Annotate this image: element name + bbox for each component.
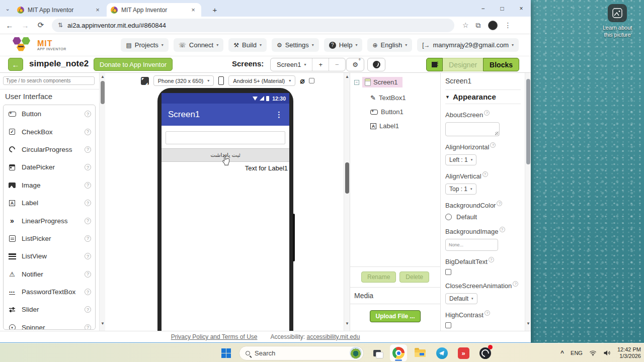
scrollbar-thumb[interactable] <box>526 79 530 164</box>
scrollbar-thumb[interactable] <box>101 81 105 104</box>
help-icon[interactable]: ? <box>85 218 91 224</box>
help-icon[interactable]: ? <box>513 281 518 287</box>
hidden-components-icon[interactable]: ⌀ <box>300 76 304 85</box>
textbox1-component[interactable] <box>166 131 285 144</box>
side-panel-icon[interactable]: ⧉ <box>476 21 481 30</box>
scroll-up-icon[interactable]: ▲ <box>100 74 106 80</box>
palette-item-label[interactable]: A Label ? <box>4 194 95 212</box>
screen-selector[interactable]: Screen1 ▾ <box>271 58 312 71</box>
scrollbar-thumb[interactable] <box>345 162 349 194</box>
projects-menu[interactable]: ▤ Projects ▾ <box>121 38 168 52</box>
profile-avatar[interactable] <box>488 21 498 30</box>
upload-file-button[interactable]: Upload File ... <box>370 310 420 322</box>
forward-button[interactable]: → <box>19 19 31 31</box>
blocks-tab[interactable]: Blocks <box>483 58 519 71</box>
fullscreen-preview-icon[interactable] <box>141 77 149 85</box>
help-icon[interactable]: ? <box>482 171 488 177</box>
help-icon[interactable]: ? <box>484 110 490 116</box>
palette-item-passwordtextbox[interactable]: ••• PasswordTextBox ? <box>4 283 95 301</box>
help-icon[interactable]: ? <box>85 111 91 117</box>
scroll-down-icon[interactable]: ▼ <box>525 321 531 327</box>
help-icon[interactable]: ? <box>85 146 91 153</box>
browser-menu-icon[interactable]: ⋮ <box>505 21 512 29</box>
scroll-down-icon[interactable]: ▼ <box>100 321 106 327</box>
palette-item-listview[interactable]: ListView ? <box>4 247 95 265</box>
start-button[interactable] <box>217 344 234 361</box>
alignvertical-select[interactable]: Top : 1 ▾ <box>445 184 476 195</box>
palette-item-listpicker[interactable]: ListPicker ? <box>4 230 95 247</box>
screen-size-select[interactable]: Phone (320 x 650) ▾ <box>153 75 214 86</box>
help-menu[interactable]: ? Help ▾ <box>324 38 363 52</box>
help-icon[interactable]: ? <box>85 306 91 313</box>
taskbar-telegram[interactable] <box>433 344 450 361</box>
highcontrast-checkbox[interactable] <box>445 322 451 328</box>
accessibility-link[interactable]: accessibility.mit.edu <box>307 333 360 340</box>
tree-item-label1[interactable]: A Label1 <box>370 122 440 130</box>
tab-close-icon[interactable]: × <box>94 6 102 14</box>
show-hidden-checkbox[interactable] <box>309 78 314 83</box>
scroll-up-icon[interactable]: ▲ <box>344 74 350 80</box>
project-settings-button[interactable]: ⚙ <box>346 58 364 71</box>
palette-item-image[interactable]: Image ? <box>4 176 95 194</box>
taskbar-chrome[interactable] <box>390 344 407 361</box>
help-icon[interactable]: ? <box>85 324 91 330</box>
remove-screen-button[interactable]: − <box>329 58 345 71</box>
tree-item-textbox1[interactable]: ✎ TextBox1 <box>370 94 440 102</box>
palette-item-spinner[interactable]: ▾ Spinner ? <box>4 319 95 330</box>
help-icon[interactable]: ? <box>85 200 91 206</box>
help-icon[interactable]: ? <box>500 227 505 232</box>
tab-2-active[interactable]: MIT App Inventor × <box>107 3 201 17</box>
task-view-button[interactable] <box>368 344 385 361</box>
spotlight-caption[interactable]: Learn about this picture <box>595 24 640 38</box>
build-menu[interactable]: ⚒ Build ▾ <box>228 38 267 52</box>
connect-menu[interactable]: ☏ Connect ▾ <box>174 38 223 52</box>
site-settings-icon[interactable]: ⇅ <box>58 22 63 29</box>
back-to-projects-button[interactable]: ← <box>8 58 23 71</box>
tab-1[interactable]: MIT App Inventor × <box>13 3 106 17</box>
help-icon[interactable]: ? <box>85 271 91 278</box>
designer-tab[interactable]: Designer <box>443 58 483 71</box>
rename-button[interactable]: Rename <box>361 272 396 283</box>
spotlight-icon[interactable] <box>608 4 627 22</box>
help-icon[interactable]: ? <box>85 182 91 189</box>
taskbar-clock[interactable]: 12:42 PM 1/3/2026 <box>617 346 641 359</box>
volume-tray-icon[interactable] <box>603 350 611 356</box>
toggle-view-button[interactable] <box>426 58 443 71</box>
backgroundimage-picker[interactable]: None... <box>445 239 498 251</box>
minimize-button[interactable]: − <box>473 0 493 17</box>
help-icon[interactable]: ? <box>497 201 502 206</box>
account-menu[interactable]: [→ manymrajy29@gmail.com ▾ <box>417 38 519 52</box>
palette-item-linearprogress[interactable]: » LinearProgress ? <box>4 212 95 229</box>
bigdefaulttext-checkbox[interactable] <box>445 269 451 275</box>
close-button[interactable]: × <box>512 0 531 17</box>
language-indicator[interactable]: ENG <box>571 350 583 356</box>
publish-gallery-button[interactable] <box>367 58 385 71</box>
tray-overflow-button[interactable]: ^ <box>560 349 564 356</box>
wifi-tray-icon[interactable] <box>589 350 597 356</box>
help-icon[interactable]: ? <box>85 129 91 135</box>
bookmark-star-icon[interactable]: ☆ <box>462 21 469 29</box>
add-screen-button[interactable]: + <box>312 58 329 71</box>
palette-item-checkbox[interactable]: ✓ CheckBox ? <box>4 123 95 140</box>
scroll-down-icon[interactable]: ▼ <box>344 321 350 327</box>
back-button[interactable]: ← <box>4 19 16 31</box>
tab-close-icon[interactable]: × <box>189 6 197 14</box>
settings-menu[interactable]: ⚙ Settings ▾ <box>272 38 319 52</box>
help-icon[interactable]: ? <box>85 164 91 170</box>
alignhorizontal-select[interactable]: Left : 1 ▾ <box>445 154 476 165</box>
tree-item-screen1[interactable]: Screen1 <box>362 77 403 87</box>
component-search-input[interactable] <box>3 76 95 85</box>
palette-scrollbar[interactable]: ▲ ▼ <box>99 73 105 331</box>
help-icon[interactable]: ? <box>85 289 91 295</box>
tree-item-button1[interactable]: Button1 <box>370 108 440 116</box>
aboutscreen-textarea[interactable] <box>445 122 500 136</box>
palette-item-slider[interactable]: Slider ? <box>4 301 95 318</box>
taskbar-red-app[interactable]: » <box>455 344 472 361</box>
appearance-section-header[interactable]: ▼ Appearance <box>445 89 521 104</box>
help-icon[interactable]: ? <box>489 257 494 262</box>
taskbar-search[interactable]: Search <box>239 346 364 360</box>
taskbar-file-explorer[interactable] <box>412 344 429 361</box>
help-icon[interactable]: ? <box>490 142 496 148</box>
delete-button[interactable]: Delete <box>399 272 429 283</box>
viewer-scrollbar[interactable]: ▲ ▼ <box>344 73 350 331</box>
